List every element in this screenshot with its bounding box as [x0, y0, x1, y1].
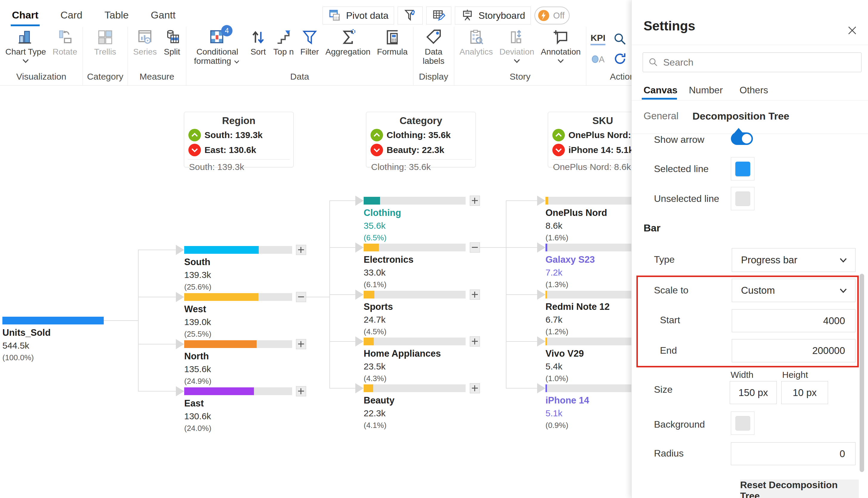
kpi-button[interactable]: KPI — [590, 33, 605, 45]
radius-input[interactable]: 0 — [731, 442, 855, 465]
tree-node-bar-home-appliances[interactable] — [364, 338, 466, 345]
settings-search-input[interactable] — [663, 57, 841, 68]
ribbon-item-rotate: Rotate — [51, 29, 78, 56]
expand-button-clothing[interactable] — [470, 196, 480, 206]
node-name: iPhone 14 — [546, 395, 589, 406]
expand-button-north[interactable] — [296, 339, 306, 349]
tab-number[interactable]: Number — [689, 85, 723, 96]
decrease-badge-icon — [371, 144, 383, 156]
ribbon-item-annotation[interactable]: Annotation — [539, 29, 582, 64]
bar-type-dropdown[interactable]: Progress bar — [732, 248, 855, 272]
live-toggle[interactable]: Off — [534, 6, 570, 24]
node-value: 130.6k — [184, 411, 211, 421]
show-arrow-toggle[interactable] — [731, 132, 753, 145]
pivot-icon — [328, 9, 342, 22]
ribbon-item-formula[interactable]: Formula — [376, 29, 409, 56]
divider — [632, 100, 868, 101]
tree-node-bar-sports[interactable] — [364, 291, 466, 299]
funnel-pen-button[interactable] — [398, 6, 423, 24]
ribbon-item-sort[interactable]: Sort — [248, 29, 268, 56]
panel-scrollbar-thumb[interactable] — [860, 274, 864, 472]
tree-node-bar-fill — [184, 246, 259, 254]
ribbon-group-visualization: Chart TypeRotateVisualization — [0, 27, 83, 85]
settings-title: Settings — [643, 18, 695, 34]
chevron-down-icon — [839, 287, 848, 294]
decrease-badge-icon — [552, 144, 565, 156]
tab-chart[interactable]: Chart — [11, 9, 40, 26]
storyboard-button[interactable]: Storyboard — [455, 6, 531, 24]
end-value: 200000 — [812, 345, 845, 356]
tab-gantt[interactable]: Gantt — [150, 9, 177, 26]
ribbon-group-label: Story — [510, 70, 531, 85]
tree-node-bar-fill — [546, 384, 547, 392]
ribbon-item-deviation: Deviation — [498, 29, 536, 64]
ribbon-group-label: Display — [419, 70, 448, 85]
expand-button-south[interactable] — [296, 245, 306, 255]
ribbon-item-conditional-formatting[interactable]: 4Conditional formatting — [190, 29, 244, 66]
node-arrow-icon — [176, 339, 184, 349]
ribbon-item-data-labels[interactable]: Data labels — [418, 29, 450, 66]
ribbon-item-split[interactable]: Split — [162, 29, 182, 56]
close-icon[interactable] — [846, 24, 859, 37]
badge-count: 4 — [221, 25, 232, 36]
ribbon-item-label: Data labels — [419, 47, 449, 66]
ribbon-item-chart-type[interactable]: Chart Type — [4, 29, 47, 64]
chev-icon — [233, 59, 241, 64]
trellis-icon — [96, 29, 114, 46]
pivot-data-button[interactable]: Pivot data — [322, 6, 394, 24]
node-name: Electronics — [364, 254, 413, 265]
tree-node-bar-fill — [546, 291, 547, 299]
aggregation-icon — [339, 29, 357, 46]
scale-to-label: Scale to — [654, 285, 689, 296]
height-value: 10 px — [792, 387, 817, 398]
oa-icon[interactable]: A — [591, 52, 605, 66]
ribbon-item-aggregation[interactable]: Aggregation — [324, 29, 372, 56]
expand-button-home-appliances[interactable] — [470, 336, 480, 346]
expand-button-beauty[interactable] — [470, 383, 480, 393]
tree-node-bar-electronics[interactable] — [364, 244, 466, 251]
node-value: 33.0k — [364, 267, 385, 278]
collapse-button-west[interactable] — [296, 292, 306, 302]
ribbon-item-top-n[interactable]: Top n — [272, 29, 295, 56]
tree-node-bar-beauty[interactable] — [364, 384, 466, 392]
tab-others[interactable]: Others — [739, 85, 768, 96]
tab-table[interactable]: Table — [104, 9, 130, 26]
start-input[interactable]: 4000 — [732, 309, 855, 332]
card-footer-value: Clothing: 35.6k — [371, 162, 476, 172]
node-percentage: (24.9%) — [184, 377, 211, 386]
size-label: Size — [654, 384, 672, 395]
ribbon-group-label: Measure — [139, 70, 174, 85]
expand-button-east[interactable] — [296, 386, 306, 396]
ribbon-item-label: Aggregation — [325, 47, 371, 56]
chev-icon — [21, 57, 30, 64]
ribbon-item-label: Split — [164, 47, 180, 56]
ribbon-item-filter[interactable]: Filter — [299, 29, 320, 56]
background-color-swatch[interactable] — [731, 411, 755, 435]
sort-icon — [250, 29, 267, 46]
tab-canvas[interactable]: Canvas — [643, 85, 678, 96]
search-large-icon[interactable] — [613, 32, 627, 46]
tab-card[interactable]: Card — [59, 9, 84, 26]
scale-to-dropdown[interactable]: Custom — [732, 279, 855, 302]
node-value: 23.5k — [364, 362, 385, 371]
ribbon-item-analytics: Analytics — [458, 29, 494, 56]
collapse-button-electronics[interactable] — [470, 243, 480, 252]
ribbon-item-label: Formula — [377, 47, 408, 56]
divider — [632, 45, 868, 45]
settings-search-box[interactable] — [643, 52, 862, 72]
selected-line-color-swatch[interactable] — [731, 157, 755, 180]
subtab-decomposition-tree[interactable]: Decomposition Tree — [692, 110, 789, 122]
subtab-general[interactable]: General — [643, 110, 678, 122]
reset-decomposition-tree-button[interactable]: Reset Decomposition Tree — [740, 480, 859, 498]
connector-line — [329, 294, 355, 295]
unselected-line-color-swatch[interactable] — [731, 187, 755, 210]
refresh-icon[interactable] — [613, 52, 627, 66]
card-top-increase: Clothing: 35.6k — [387, 130, 451, 140]
end-input[interactable]: 200000 — [732, 339, 855, 362]
tree-node-bar-fill — [546, 197, 548, 205]
tree-node-bar-fill — [364, 338, 374, 345]
width-input[interactable]: 150 px — [730, 381, 777, 404]
table-pen-button[interactable] — [426, 6, 451, 24]
expand-button-sports[interactable] — [470, 290, 480, 300]
height-input[interactable]: 10 px — [781, 381, 828, 404]
